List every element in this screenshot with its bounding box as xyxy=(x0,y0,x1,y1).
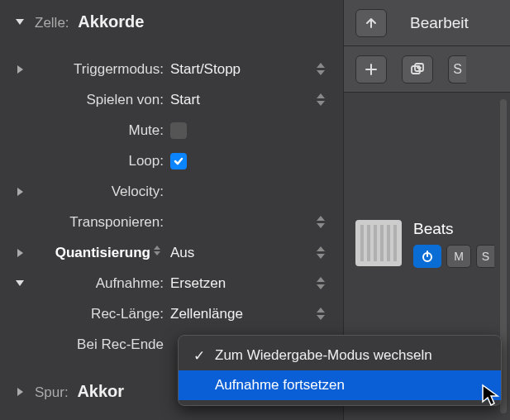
checkmark-icon: ✓ xyxy=(192,347,207,365)
row-reclength: Rec-Länge: Zellenlänge xyxy=(0,298,343,329)
chevron-right-icon[interactable] xyxy=(17,188,23,196)
chevron-right-icon xyxy=(17,388,23,396)
track-row[interactable]: Beats M S xyxy=(355,220,498,268)
menu-item-label: Aufnahme fortsetzen xyxy=(215,377,345,394)
row-quantize: Quantisierung Aus xyxy=(0,237,343,268)
row-loop: Loop: xyxy=(0,146,343,176)
row-transpose: Transponieren: xyxy=(0,207,343,237)
row-triggermode: Triggermodus: Start/Stopp xyxy=(0,54,343,84)
row-mute: Mute: xyxy=(0,115,343,146)
label-transpose: Transponieren: xyxy=(30,214,170,231)
label-velocity: Velocity: xyxy=(30,184,170,200)
label-recend: Bei Rec-Ende xyxy=(30,336,170,353)
stepper-quantize-label[interactable] xyxy=(154,246,164,260)
toolbar-second: S xyxy=(344,46,510,93)
chevron-right-icon[interactable] xyxy=(17,249,23,257)
label-triggermode: Triggermodus: xyxy=(30,61,170,78)
label-loop: Loop: xyxy=(30,153,170,169)
checkbox-mute[interactable] xyxy=(170,122,187,139)
stepper-record[interactable] xyxy=(313,273,328,294)
chevron-down-icon[interactable] xyxy=(16,280,24,286)
add-button[interactable] xyxy=(355,55,387,84)
stepper-quantize[interactable] xyxy=(313,242,328,264)
label-mute: Mute: xyxy=(30,122,170,139)
checkbox-loop[interactable] xyxy=(170,153,187,169)
label-playfrom: Spielen von: xyxy=(30,92,170,108)
stepper-transpose[interactable] xyxy=(313,212,328,233)
up-level-button[interactable] xyxy=(355,9,387,37)
value-triggermode[interactable]: Start/Stopp xyxy=(170,61,241,78)
inspector-header-row[interactable]: Zelle: Akkorde xyxy=(0,7,343,37)
track-thumbnail xyxy=(355,220,402,266)
value-reclength[interactable]: Zellenlänge xyxy=(170,306,243,322)
stepper-playfrom[interactable] xyxy=(313,89,328,111)
stepper-reclength[interactable] xyxy=(313,303,328,325)
header-value: Akkorde xyxy=(78,12,144,31)
label-reclength: Rec-Länge: xyxy=(30,306,170,322)
label-record: Aufnahme: xyxy=(30,275,170,292)
toolbar-top: Bearbeit xyxy=(344,0,510,46)
menu-item-playback-mode[interactable]: ✓ Zum Wiedergabe-Modus wechseln xyxy=(179,341,501,370)
solo-button[interactable]: S xyxy=(476,245,494,268)
chevron-down-icon xyxy=(16,19,24,25)
menu-item-continue-recording[interactable]: Aufnahme fortsetzen xyxy=(179,370,501,400)
footer-value: Akkor xyxy=(77,382,124,400)
chevron-right-icon[interactable] xyxy=(17,65,23,74)
value-record[interactable]: Ersetzen xyxy=(170,275,226,292)
row-velocity: Velocity: xyxy=(0,176,343,207)
cursor-icon xyxy=(481,384,499,411)
header-label: Zelle: xyxy=(35,15,69,31)
extra-button[interactable]: S xyxy=(448,55,466,84)
stepper-triggermode[interactable] xyxy=(313,59,328,80)
row-playfrom: Spielen von: Start xyxy=(0,84,343,115)
mute-button[interactable]: M xyxy=(446,245,471,268)
row-record: Aufnahme: Ersetzen xyxy=(0,268,343,298)
label-quantize: Quantisierung xyxy=(55,245,150,261)
context-menu: ✓ Zum Wiedergabe-Modus wechseln Aufnahme… xyxy=(178,335,502,406)
edit-button[interactable]: Bearbeit xyxy=(410,14,469,32)
duplicate-button[interactable] xyxy=(402,55,433,84)
value-playfrom[interactable]: Start xyxy=(170,92,200,108)
footer-label: Spur: xyxy=(35,384,69,400)
track-name: Beats xyxy=(413,220,498,238)
menu-item-label: Zum Wiedergabe-Modus wechseln xyxy=(215,347,432,364)
power-button[interactable] xyxy=(413,245,441,268)
value-quantize[interactable]: Aus xyxy=(170,245,194,261)
